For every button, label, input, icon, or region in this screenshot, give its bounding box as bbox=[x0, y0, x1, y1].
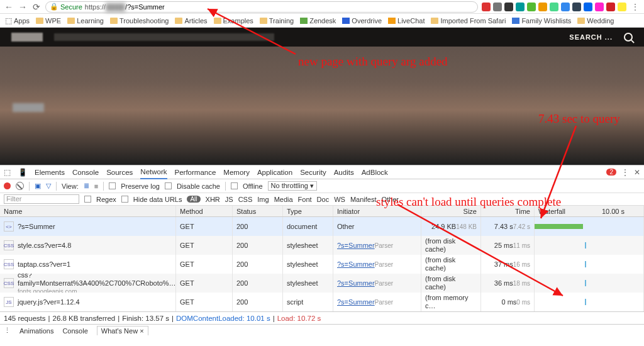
regex-label: Regex bbox=[96, 196, 116, 203]
drawer-tab[interactable]: Animations bbox=[19, 327, 53, 335]
filter-toggle-icon[interactable]: ▽ bbox=[46, 182, 51, 190]
record-button[interactable] bbox=[4, 182, 11, 189]
view-frames-icon[interactable]: ≡ bbox=[94, 182, 98, 190]
bookmark-item[interactable]: Examples bbox=[214, 17, 253, 25]
cell-initiator: ?s=SummerParser bbox=[333, 255, 421, 274]
bookmark-item[interactable]: Learning bbox=[67, 17, 104, 25]
tab-sources[interactable]: Sources bbox=[106, 169, 133, 176]
error-count-badge[interactable]: 2 bbox=[606, 169, 616, 176]
offline-checkbox[interactable] bbox=[231, 182, 238, 189]
cell-status: 200 bbox=[233, 255, 283, 274]
bookmark-item[interactable]: Training bbox=[260, 17, 294, 25]
cell-type: stylesheet bbox=[283, 236, 333, 255]
lock-icon: 🔒 bbox=[50, 3, 58, 11]
site-search[interactable]: SEARCH ... bbox=[569, 33, 633, 42]
bookmark-item[interactable]: Zendesk bbox=[300, 17, 336, 25]
cell-waterfall bbox=[535, 293, 644, 311]
close-icon[interactable]: ✕ bbox=[634, 168, 640, 177]
filter-type[interactable]: Other bbox=[381, 196, 399, 203]
col-initiator[interactable]: Initiator bbox=[333, 206, 421, 216]
more-icon[interactable]: ⋮ bbox=[621, 168, 629, 177]
col-type[interactable]: Type bbox=[283, 206, 333, 216]
device-icon[interactable]: 📱 bbox=[18, 168, 27, 177]
tab-adblock[interactable]: AdBlock bbox=[362, 169, 388, 176]
filter-input[interactable]: Filter bbox=[4, 194, 79, 204]
table-row[interactable]: JSjquery.js?ver=1.12.4 GET 200 script ?s… bbox=[0, 293, 644, 311]
col-name[interactable]: Name bbox=[0, 206, 176, 216]
table-row[interactable]: CSSstyle.css?ver=4.8 GET 200 stylesheet … bbox=[0, 236, 644, 255]
back-button[interactable]: ← bbox=[4, 2, 14, 12]
drawer-tab-active[interactable]: What's New × bbox=[97, 326, 148, 335]
drawer-menu-icon[interactable]: ⋮ bbox=[4, 326, 11, 335]
filter-all[interactable]: All bbox=[187, 196, 200, 203]
filter-type[interactable]: WS bbox=[334, 196, 345, 203]
view-list-icon[interactable]: ≣ bbox=[84, 182, 89, 190]
bookmark-item[interactable]: Wedding bbox=[577, 17, 614, 25]
resource-icon: CSS bbox=[4, 259, 14, 269]
bookmark-item[interactable]: Overdrive bbox=[342, 17, 382, 25]
cell-time: 0 ms0 ms bbox=[481, 293, 535, 311]
bookmark-item[interactable]: Family Wishlists bbox=[512, 17, 571, 25]
browser-toolbar: ← → ⟳ 🔒 Secure https://████/?s=Summer ⋮ bbox=[0, 0, 644, 14]
throttling-select[interactable]: No throttling ▾ bbox=[268, 181, 317, 191]
tab-security[interactable]: Security bbox=[300, 169, 326, 176]
tab-application[interactable]: Application bbox=[257, 169, 292, 176]
inspect-icon[interactable]: ⬚ bbox=[4, 168, 11, 177]
col-size[interactable]: Size bbox=[421, 206, 481, 216]
hide-urls-checkbox[interactable] bbox=[121, 196, 128, 203]
tab-network[interactable]: Network bbox=[140, 165, 167, 179]
col-time[interactable]: Time bbox=[481, 206, 535, 216]
search-icon[interactable] bbox=[624, 33, 633, 42]
network-filter-bar: Filter Regex Hide data URLs All XHR JS C… bbox=[0, 193, 644, 206]
cell-time: 25 ms11 ms bbox=[481, 236, 535, 255]
site-logo[interactable] bbox=[11, 33, 43, 42]
filter-type[interactable]: Doc bbox=[317, 196, 330, 203]
screenshot-icon[interactable]: ▣ bbox=[35, 182, 41, 190]
tab-audits[interactable]: Audits bbox=[334, 169, 354, 176]
bookmark-item[interactable]: Articles bbox=[175, 17, 207, 25]
filter-type[interactable]: Font bbox=[298, 196, 312, 203]
table-row[interactable]: CSScss?family=Montserrat%3A400%2C700%7CR… bbox=[0, 274, 644, 293]
address-bar[interactable]: 🔒 Secure https://████/?s=Summer bbox=[45, 1, 478, 13]
filter-type[interactable]: XHR bbox=[206, 196, 220, 203]
network-status-bar: 145 requests | 26.8 KB transferred | Fin… bbox=[0, 311, 644, 324]
clear-button[interactable] bbox=[16, 182, 24, 190]
cell-status: 200 bbox=[233, 274, 283, 293]
col-method[interactable]: Method bbox=[176, 206, 233, 216]
col-status[interactable]: Status bbox=[233, 206, 283, 216]
tab-memory[interactable]: Memory bbox=[223, 169, 250, 176]
bookmark-item[interactable]: ⬚Apps bbox=[5, 16, 30, 25]
network-rows: <>?s=Summer GET 200 document Other 24.9 … bbox=[0, 217, 644, 311]
cell-size: (from memory c… bbox=[421, 293, 481, 311]
bookmark-item[interactable]: Imported From Safari bbox=[431, 17, 506, 25]
tab-console[interactable]: Console bbox=[72, 169, 99, 176]
table-row[interactable]: CSStaptap.css?ver=1 GET 200 stylesheet ?… bbox=[0, 255, 644, 274]
tab-performance[interactable]: Performance bbox=[175, 169, 216, 176]
preserve-log-checkbox[interactable] bbox=[109, 182, 116, 189]
resource-icon: JS bbox=[4, 297, 14, 307]
bookmark-item[interactable]: Troubleshooting bbox=[110, 17, 169, 25]
filter-type[interactable]: Media bbox=[274, 196, 293, 203]
status-domloaded: DOMContentLoaded: 10.01 s bbox=[176, 315, 270, 322]
filter-type[interactable]: Manifest bbox=[350, 196, 377, 203]
devtools-tabs: ⬚ 📱 Elements Console Sources Network Per… bbox=[0, 165, 644, 179]
resource-name: taptap.css?ver=1 bbox=[18, 260, 70, 269]
regex-checkbox[interactable] bbox=[84, 196, 91, 203]
menu-icon[interactable]: ⋮ bbox=[630, 2, 640, 12]
resource-name: ?s=Summer bbox=[18, 223, 55, 231]
bookmark-item[interactable]: WPE bbox=[36, 17, 61, 25]
table-row[interactable]: <>?s=Summer GET 200 document Other 24.9 … bbox=[0, 217, 644, 236]
cell-waterfall bbox=[535, 236, 644, 255]
bookmark-item[interactable]: LiveChat bbox=[388, 17, 425, 25]
filter-type[interactable]: JS bbox=[225, 196, 233, 203]
col-waterfall[interactable]: Waterfall 10.00 s bbox=[535, 206, 644, 216]
disable-cache-label: Disable cache bbox=[177, 182, 220, 190]
drawer-tab[interactable]: Console bbox=[62, 327, 87, 335]
search-placeholder: SEARCH ... bbox=[569, 33, 613, 41]
filter-type[interactable]: Img bbox=[257, 196, 269, 203]
filter-type[interactable]: CSS bbox=[238, 196, 253, 203]
reload-button[interactable]: ⟳ bbox=[31, 2, 42, 12]
tab-elements[interactable]: Elements bbox=[35, 169, 65, 176]
forward-button[interactable]: → bbox=[18, 2, 28, 12]
disable-cache-checkbox[interactable] bbox=[165, 182, 172, 189]
